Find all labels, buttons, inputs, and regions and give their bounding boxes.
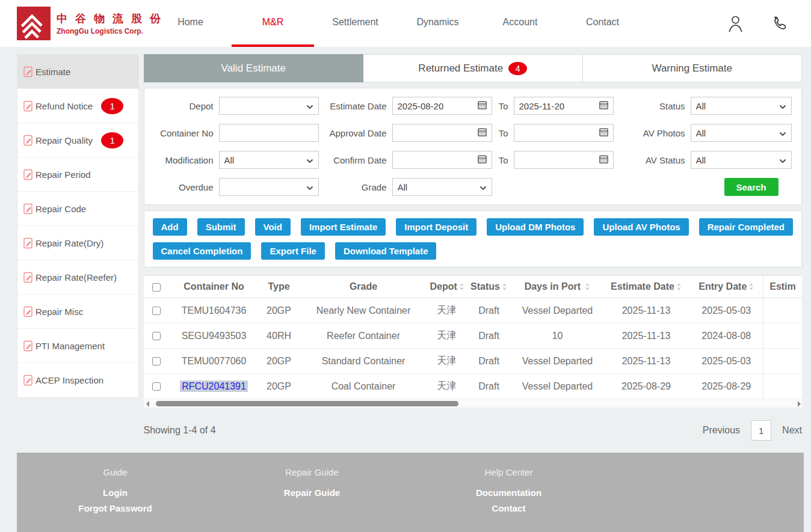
nav-settlement[interactable]: Settlement: [314, 0, 396, 47]
next-page-button[interactable]: Next: [782, 425, 802, 436]
modification-select[interactable]: All: [219, 151, 319, 169]
document-pencil-icon: [23, 203, 34, 215]
sidebar-item-repair-quality[interactable]: Repair Quality 1: [17, 123, 138, 157]
calendar-icon[interactable]: [478, 154, 487, 165]
confirm-date-input[interactable]: [392, 151, 492, 169]
container-no-input[interactable]: [219, 124, 319, 142]
cancel-completion-button[interactable]: Cancel Completion: [153, 242, 251, 260]
approval-date-to-input[interactable]: [514, 124, 614, 142]
footer-link-repair-guide[interactable]: Repair Guide: [214, 488, 410, 498]
upload-dm-photos-button[interactable]: Upload DM Photos: [487, 218, 584, 236]
tab-returned-estimate[interactable]: Returned Estimate 4: [363, 54, 582, 82]
row-checkbox[interactable]: [152, 382, 161, 391]
table-row[interactable]: TEMU0077060 20GP Standard Container 天津 D…: [144, 349, 802, 374]
main-nav: Home M&R Settlement Dynamics Account Con…: [149, 0, 644, 47]
footer-link-contact[interactable]: Contact: [410, 503, 607, 513]
calendar-icon[interactable]: [478, 100, 487, 111]
av-photos-select[interactable]: All: [691, 124, 792, 142]
nav-account[interactable]: Account: [479, 0, 561, 47]
sidebar-item-repair-rate-reefer[interactable]: Repair Rate(Reefer): [17, 260, 138, 295]
av-status-select[interactable]: All: [691, 151, 792, 169]
cell-type: 40RH: [259, 323, 299, 349]
sidebar-item-acep-inspection[interactable]: ACEP Inspection: [17, 363, 138, 397]
overdue-select[interactable]: [219, 178, 319, 196]
cell-entry-date: 2025-05-03: [690, 298, 763, 323]
col-entry-date[interactable]: Entry Date: [690, 276, 763, 298]
calendar-icon[interactable]: [478, 127, 487, 138]
user-icon[interactable]: [727, 14, 744, 32]
confirm-date-to-input[interactable]: [514, 151, 614, 169]
row-checkbox[interactable]: [152, 307, 161, 315]
cell-grade: Reefer Container: [299, 323, 428, 349]
footer: Guide Login Forgot Password Repair Guide…: [17, 453, 804, 532]
estimate-tabs: Valid Estimate Returned Estimate 4 Warni…: [144, 54, 802, 82]
estimate-date-input[interactable]: 2025-08-20: [392, 97, 492, 115]
import-deposit-button[interactable]: Import Deposit: [396, 218, 476, 236]
nav-contact[interactable]: Contact: [561, 0, 644, 47]
sidebar-item-label: Estimate: [35, 67, 70, 77]
scroll-right-arrow-icon[interactable]: [798, 401, 801, 407]
download-template-button[interactable]: Download Template: [335, 242, 437, 260]
cell-depot: 天津: [428, 349, 466, 374]
nav-dynamics[interactable]: Dynamics: [396, 0, 479, 47]
selected-container-link[interactable]: RFCU2041391: [180, 381, 248, 392]
calendar-icon[interactable]: [599, 100, 608, 111]
confirm-date-to-label: To: [496, 155, 510, 165]
cell-type: 20GP: [259, 374, 299, 399]
cell-container-no[interactable]: TEMU0077060: [169, 349, 259, 374]
row-checkbox[interactable]: [152, 357, 161, 365]
previous-page-button[interactable]: Previous: [703, 425, 740, 436]
tab-label: Warning Estimate: [652, 63, 732, 75]
status-select[interactable]: All: [691, 97, 792, 115]
grade-select[interactable]: All: [392, 178, 492, 196]
approval-date-input[interactable]: [392, 124, 492, 142]
search-button[interactable]: Search: [724, 178, 779, 196]
select-all-checkbox[interactable]: [152, 283, 161, 292]
footer-link-documentation[interactable]: Documentation: [410, 488, 607, 498]
sidebar-item-pti-management[interactable]: PTI Management: [17, 329, 138, 363]
sidebar-item-repair-rate-dry[interactable]: Repair Rate(Dry): [17, 226, 138, 260]
footer-link-forgot-password[interactable]: Forgot Password: [17, 503, 214, 513]
results-summary: Showing 1-4 of 4: [144, 425, 216, 436]
repair-completed-button[interactable]: Repair Completed: [699, 218, 793, 236]
sidebar-item-repair-period[interactable]: Repair Period: [17, 157, 138, 192]
tab-valid-estimate[interactable]: Valid Estimate: [144, 54, 363, 82]
current-page-button[interactable]: 1: [751, 420, 771, 441]
col-depot[interactable]: Depot: [428, 276, 466, 298]
void-button[interactable]: Void: [255, 218, 291, 236]
scrollbar-thumb[interactable]: [156, 401, 458, 406]
cell-days-in-port: 10: [513, 323, 603, 349]
import-estimate-button[interactable]: Import Estimate: [301, 218, 386, 236]
submit-button[interactable]: Submit: [197, 218, 245, 236]
nav-mr[interactable]: M&R: [232, 0, 314, 47]
calendar-icon[interactable]: [599, 127, 608, 138]
scroll-left-arrow-icon[interactable]: [146, 401, 149, 407]
table-row[interactable]: TEMU1604736 20GP Nearly New Container 天津…: [144, 298, 802, 323]
export-file-button[interactable]: Export File: [261, 242, 325, 260]
cell-entry-date: 2025-08-29: [690, 374, 763, 399]
footer-col-guide: Guide Login Forgot Password: [17, 467, 214, 532]
sidebar-item-refund-notice[interactable]: Refund Notice 1: [17, 89, 138, 123]
av-photos-label: AV Photos: [617, 128, 687, 138]
row-checkbox[interactable]: [152, 332, 161, 340]
phone-icon[interactable]: [771, 15, 788, 32]
sidebar-item-repair-misc[interactable]: Repair Misc: [17, 295, 138, 329]
horizontal-scrollbar[interactable]: [144, 399, 802, 408]
depot-select[interactable]: [219, 97, 319, 115]
cell-container-no[interactable]: SEGU9493503: [169, 323, 259, 349]
calendar-icon[interactable]: [599, 154, 608, 165]
sidebar-item-repair-code[interactable]: Repair Code: [17, 192, 138, 226]
table-row[interactable]: RFCU2041391 20GP Coal Container 天津 Draft…: [144, 374, 802, 399]
table-row[interactable]: SEGU9493503 40RH Reefer Container 天津 Dra…: [144, 323, 802, 349]
footer-link-login[interactable]: Login: [17, 488, 214, 498]
nav-home[interactable]: Home: [149, 0, 232, 47]
tab-warning-estimate[interactable]: Warning Estimate: [583, 54, 802, 82]
col-estimate-date[interactable]: Estimate Date: [603, 276, 690, 298]
estimate-date-to-input[interactable]: 2025-11-20: [514, 97, 614, 115]
add-button[interactable]: Add: [153, 218, 187, 236]
upload-av-photos-button[interactable]: Upload AV Photos: [594, 218, 688, 236]
cell-container-no[interactable]: TEMU1604736: [169, 298, 259, 323]
sidebar-item-estimate[interactable]: Estimate: [17, 55, 138, 89]
col-status[interactable]: Status: [466, 276, 513, 298]
col-days-in-port[interactable]: Days in Port: [513, 276, 603, 298]
